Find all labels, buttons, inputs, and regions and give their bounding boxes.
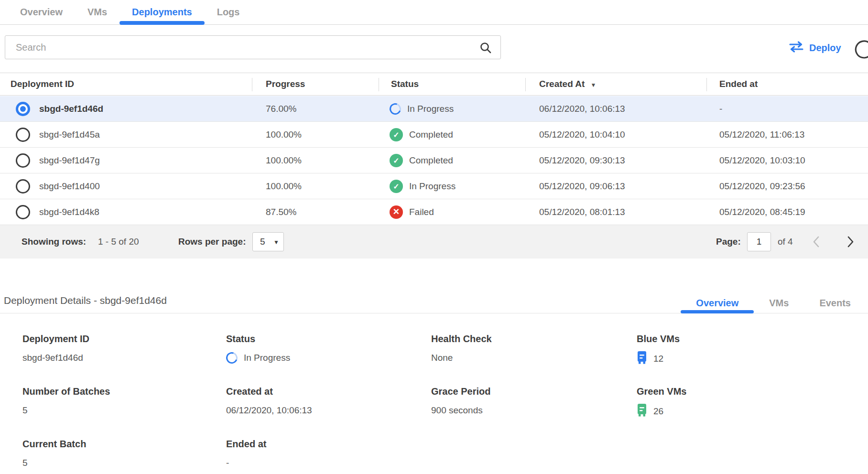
details-tab-events[interactable]: Events	[804, 292, 866, 313]
field-label: Created at	[226, 386, 312, 397]
search-icon	[479, 42, 492, 56]
status-spinner-icon	[224, 350, 239, 366]
details-tab-bar: Overview VMs Events	[681, 292, 868, 313]
status-spinner-icon	[388, 101, 403, 117]
col-progress: Progress	[266, 73, 305, 95]
previous-page-button[interactable]	[813, 236, 820, 249]
deployment-id-cell: sbgd-9ef1d45a	[39, 122, 100, 148]
tab-logs[interactable]: Logs	[205, 0, 252, 24]
table-row[interactable]: sbgd-9ef1d47g 100.00% Completed 05/12/20…	[0, 148, 868, 173]
main-tab-bar: Overview VMs Deployments Logs	[0, 0, 868, 25]
table-row[interactable]: sbgd-9ef1d4k8 87.50% Failed 05/12/2020, …	[0, 199, 868, 225]
field-number-of-batches: Number of Batches 5	[22, 386, 110, 417]
field-label: Grace Period	[431, 386, 491, 397]
rows-per-page-select[interactable]: 5	[252, 232, 284, 251]
table-row[interactable]: sbgd-9ef1d46d 76.00% In Progress 06/12/2…	[0, 96, 868, 122]
deployment-id-cell: sbgd-9ef1d400	[39, 173, 100, 199]
field-value-text: 26	[653, 406, 663, 417]
rows-per-page-value: 5	[260, 237, 265, 247]
column-divider	[252, 78, 252, 91]
showing-rows-label: Showing rows:	[22, 225, 86, 259]
deploy-button[interactable]: Deploy	[789, 38, 841, 57]
search-input[interactable]	[5, 36, 500, 59]
field-value-text: In Progress	[244, 353, 290, 363]
swap-arrows-icon	[789, 41, 804, 55]
page-input[interactable]	[747, 232, 771, 251]
tab-label: Overview	[20, 7, 63, 18]
field-blue-vms: Blue VMs 12	[637, 334, 680, 366]
tab-vms[interactable]: VMs	[75, 0, 119, 24]
tab-overview[interactable]: Overview	[8, 0, 75, 24]
field-created-at: Created at 06/12/2020, 10:06:13	[226, 386, 312, 417]
deployment-id-cell: sbgd-9ef1d47g	[39, 148, 100, 173]
field-value-text: 06/12/2020, 10:06:13	[226, 405, 312, 416]
status-label: Failed	[409, 207, 434, 217]
ended-at-cell: 05/12/2020, 09:23:56	[719, 173, 805, 199]
deployments-page: Overview VMs Deployments Logs Deploy Dep…	[0, 0, 868, 474]
row-radio[interactable]	[16, 153, 30, 168]
chevron-down-icon	[273, 237, 279, 246]
status-cell: In Progress	[390, 96, 454, 122]
col-created-at[interactable]: Created At	[539, 73, 596, 96]
field-value: 5	[22, 404, 110, 417]
deployment-id-cell: sbgd-9ef1d4k8	[39, 199, 99, 225]
row-radio[interactable]	[16, 102, 30, 116]
field-deployment-id: Deployment ID sbgd-9ef1d46d	[22, 334, 89, 365]
status-label: In Progress	[407, 104, 454, 114]
created-at-cell: 05/12/2020, 09:30:13	[539, 148, 625, 173]
col-deployment-id: Deployment ID	[11, 73, 74, 95]
created-at-cell: 05/12/2020, 08:01:13	[539, 199, 625, 225]
field-label: Green VMs	[637, 386, 686, 397]
sort-desc-icon[interactable]	[590, 73, 596, 96]
ended-at-cell: 05/12/2020, 08:45:19	[719, 199, 805, 225]
ended-at-cell: 05/12/2020, 11:06:13	[719, 122, 804, 148]
progress-cell: 100.00%	[266, 122, 302, 148]
status-check-icon	[390, 154, 403, 167]
field-current-batch: Current Batch 5	[22, 439, 86, 470]
progress-cell: 100.00%	[266, 148, 302, 173]
field-value: 26	[637, 404, 686, 419]
refresh-icon[interactable]	[854, 39, 868, 62]
details-tab-vms[interactable]: VMs	[754, 292, 804, 313]
field-value-text: 5	[22, 405, 28, 416]
field-value-text: sbgd-9ef1d46d	[22, 353, 83, 363]
field-value-text: -	[226, 458, 229, 468]
showing-rows-value: 1 - 5 of 20	[98, 225, 139, 259]
status-cell: Completed	[390, 148, 453, 173]
deployment-id-cell: sbgd-9ef1d46d	[39, 96, 103, 122]
field-value-text: 900 seconds	[431, 405, 483, 416]
green-vm-icon	[637, 404, 647, 419]
next-page-button[interactable]	[847, 236, 854, 249]
tab-deployments[interactable]: Deployments	[119, 0, 205, 24]
field-value-text: 12	[653, 354, 663, 364]
column-divider	[525, 78, 526, 91]
table-footer: Showing rows: 1 - 5 of 20 Rows per page:…	[0, 225, 868, 259]
field-health-check: Health Check None	[431, 334, 492, 365]
ended-at-cell: 05/12/2020, 10:03:10	[719, 148, 805, 173]
ended-at-cell: -	[719, 96, 722, 122]
table-row[interactable]: sbgd-9ef1d400 100.00% In Progress 05/12/…	[0, 173, 868, 199]
progress-cell: 100.00%	[266, 173, 302, 199]
field-ended-at: Ended at -	[226, 439, 266, 470]
table-row[interactable]: sbgd-9ef1d45a 100.00% Completed 05/12/20…	[0, 122, 868, 148]
col-ended-at: Ended at	[719, 73, 758, 95]
progress-cell: 87.50%	[266, 199, 296, 225]
field-value-text: 5	[22, 458, 28, 468]
status-label: Completed	[409, 129, 453, 140]
status-check-icon	[390, 128, 403, 141]
field-status: Status In Progress	[226, 334, 290, 365]
row-radio[interactable]	[16, 179, 30, 194]
row-radio[interactable]	[16, 128, 30, 142]
page-label: Page:	[716, 225, 741, 259]
field-label: Status	[226, 334, 290, 345]
details-tab-overview[interactable]: Overview	[681, 292, 754, 313]
field-green-vms: Green VMs 26	[637, 386, 686, 419]
status-label: In Progress	[409, 181, 456, 192]
rows-per-page-label: Rows per page:	[178, 225, 246, 259]
field-value: 5	[22, 456, 86, 470]
tab-label: Logs	[217, 7, 240, 18]
table-header: Deployment ID Progress Status Created At…	[0, 73, 868, 96]
column-divider	[706, 78, 707, 91]
field-value: -	[226, 456, 266, 470]
row-radio[interactable]	[16, 205, 30, 219]
